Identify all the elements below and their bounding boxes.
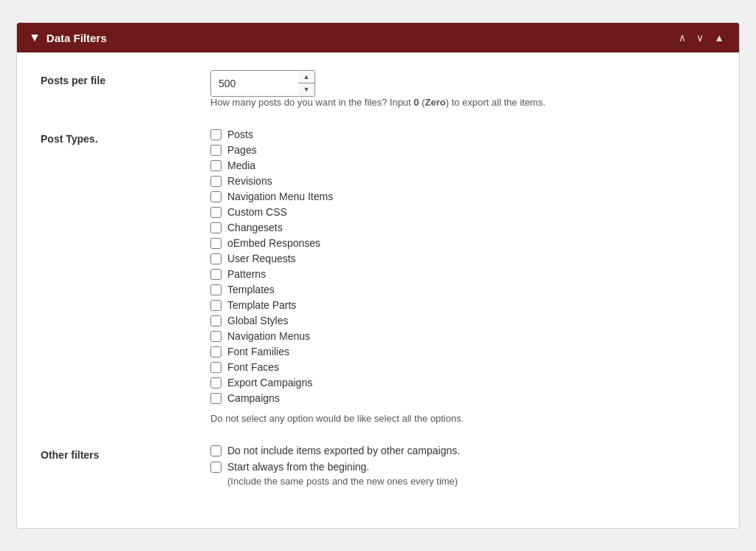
post-type-item: Export Campaigns <box>210 377 715 389</box>
spinner-wrap: ▲ ▼ <box>298 70 315 97</box>
post-type-item: Posts <box>210 129 715 140</box>
posts-per-file-help: How many posts do you want in the files?… <box>210 97 715 108</box>
other-filter-checkbox-start-from-beginning[interactable] <box>210 462 221 473</box>
post-type-item: User Requests <box>210 253 715 264</box>
post-type-item: Global Styles <box>210 315 715 326</box>
other-filter-item: Start always from the begining. <box>210 461 715 473</box>
post-type-label-changesets[interactable]: Changesets <box>227 222 283 233</box>
post-type-item: Media <box>210 160 715 171</box>
post-type-item: Campaigns <box>210 392 715 404</box>
post-type-checkbox-template-parts[interactable] <box>210 300 221 311</box>
other-filter-checkbox-no-other-campaigns[interactable] <box>210 445 221 456</box>
post-type-label-global-styles[interactable]: Global Styles <box>227 315 288 326</box>
panel-body: Posts per file ▲ ▼ How many posts do you… <box>17 52 739 528</box>
posts-per-file-input[interactable] <box>210 70 299 97</box>
other-filters-label: Other filters <box>41 445 210 461</box>
posts-per-file-row: Posts per file ▲ ▼ How many posts do you… <box>41 70 715 108</box>
post-type-checkbox-templates[interactable] <box>210 284 221 295</box>
post-type-label-revisions[interactable]: Revisions <box>227 175 272 187</box>
post-type-checkbox-export-campaigns[interactable] <box>210 377 221 389</box>
posts-per-file-input-group: ▲ ▼ <box>210 70 715 97</box>
post-type-item: Custom CSS <box>210 206 715 218</box>
post-types-list: PostsPagesMediaRevisionsNavigation Menu … <box>210 129 715 404</box>
other-filters-hint: (Include the same posts and the new ones… <box>227 476 715 487</box>
posts-per-file-label: Posts per file <box>41 70 210 86</box>
post-types-row: Post Types. PostsPagesMediaRevisionsNavi… <box>41 129 715 424</box>
panel-header: ▼ Data Filters ∧ ∨ ▲ <box>17 23 739 52</box>
post-type-label-templates[interactable]: Templates <box>227 284 275 295</box>
post-type-label-navigation-menus[interactable]: Navigation Menus <box>227 330 310 342</box>
panel-header-controls: ∧ ∨ ▲ <box>676 30 727 45</box>
spinner-down-button[interactable]: ▼ <box>298 83 315 96</box>
other-filter-item: Do not include items exported by other c… <box>210 445 715 456</box>
post-type-checkbox-navigation-menus[interactable] <box>210 331 221 342</box>
post-type-label-template-parts[interactable]: Template Parts <box>227 299 296 311</box>
post-type-checkbox-global-styles[interactable] <box>210 315 221 326</box>
collapse-up-button[interactable]: ∧ <box>676 30 689 45</box>
post-type-label-font-faces[interactable]: Font Faces <box>227 361 279 373</box>
post-type-checkbox-pages[interactable] <box>210 145 221 156</box>
post-type-label-patterns[interactable]: Patterns <box>227 268 266 280</box>
post-type-item: Navigation Menu Items <box>210 191 715 202</box>
post-type-item: Font Faces <box>210 361 715 373</box>
post-type-label-nav-menu-items[interactable]: Navigation Menu Items <box>227 191 333 202</box>
post-type-label-user-requests[interactable]: User Requests <box>227 253 296 264</box>
post-type-item: Font Families <box>210 346 715 357</box>
filter-icon: ▼ <box>29 31 41 44</box>
data-filters-panel: ▼ Data Filters ∧ ∨ ▲ Posts per file ▲ ▼ <box>16 22 740 529</box>
post-type-item: Revisions <box>210 175 715 187</box>
post-type-label-export-campaigns[interactable]: Export Campaigns <box>227 377 312 389</box>
post-type-checkbox-media[interactable] <box>210 160 221 171</box>
posts-per-file-control: ▲ ▼ How many posts do you want in the fi… <box>210 70 715 108</box>
post-type-checkbox-user-requests[interactable] <box>210 253 221 264</box>
collapse-down-button[interactable]: ∨ <box>693 30 707 45</box>
post-type-checkbox-oembed-responses[interactable] <box>210 238 221 249</box>
post-type-label-media[interactable]: Media <box>227 160 255 171</box>
toggle-button[interactable]: ▲ <box>711 30 727 45</box>
post-type-item: oEmbed Responses <box>210 237 715 249</box>
post-type-item: Template Parts <box>210 299 715 311</box>
post-type-checkbox-nav-menu-items[interactable] <box>210 191 221 202</box>
post-type-label-posts[interactable]: Posts <box>227 129 253 140</box>
post-type-checkbox-font-families[interactable] <box>210 346 221 357</box>
post-type-label-campaigns[interactable]: Campaigns <box>227 392 280 404</box>
post-type-checkbox-font-faces[interactable] <box>210 362 221 373</box>
post-type-item: Templates <box>210 284 715 295</box>
post-type-label-custom-css[interactable]: Custom CSS <box>227 206 287 218</box>
post-types-label: Post Types. <box>41 129 210 145</box>
post-type-checkbox-custom-css[interactable] <box>210 207 221 218</box>
post-type-item: Pages <box>210 144 715 156</box>
other-filters-row: Other filters Do not include items expor… <box>41 445 715 487</box>
post-type-label-pages[interactable]: Pages <box>227 144 257 156</box>
post-type-checkbox-patterns[interactable] <box>210 269 221 280</box>
post-type-item: Navigation Menus <box>210 330 715 342</box>
post-types-hint: Do not select any option would be like s… <box>210 413 715 424</box>
post-type-label-font-families[interactable]: Font Families <box>227 346 289 357</box>
other-filter-label-start-from-beginning[interactable]: Start always from the begining. <box>227 461 369 473</box>
other-filters-list: Do not include items exported by other c… <box>210 445 715 473</box>
other-filters-control: Do not include items exported by other c… <box>210 445 715 487</box>
post-type-item: Changesets <box>210 222 715 233</box>
panel-header-title: ▼ Data Filters <box>29 31 107 44</box>
post-type-checkbox-changesets[interactable] <box>210 222 221 233</box>
post-type-label-oembed-responses[interactable]: oEmbed Responses <box>227 237 320 249</box>
post-type-item: Patterns <box>210 268 715 280</box>
other-filter-label-no-other-campaigns[interactable]: Do not include items exported by other c… <box>227 445 460 456</box>
post-type-checkbox-posts[interactable] <box>210 129 221 140</box>
post-type-checkbox-campaigns[interactable] <box>210 393 221 404</box>
post-type-checkbox-revisions[interactable] <box>210 176 221 187</box>
spinner-up-button[interactable]: ▲ <box>298 71 315 83</box>
panel-title: Data Filters <box>47 32 107 44</box>
post-types-control: PostsPagesMediaRevisionsNavigation Menu … <box>210 129 715 424</box>
